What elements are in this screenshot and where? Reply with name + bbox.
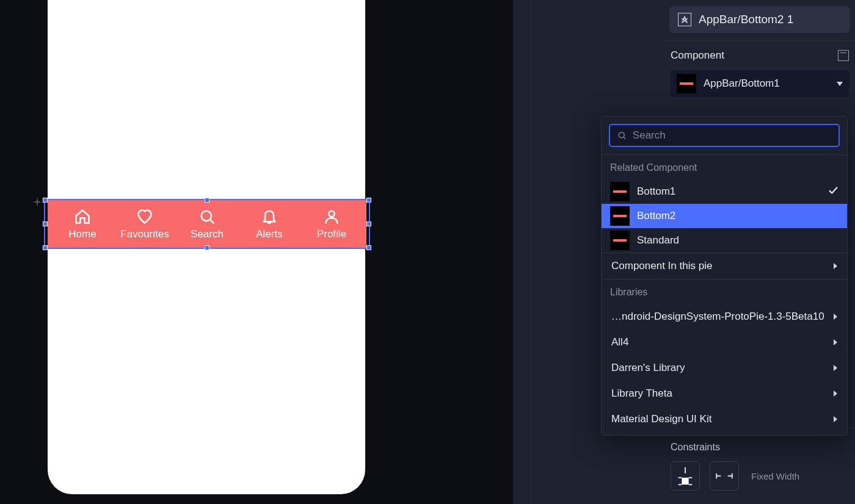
svg-rect-6 [682,478,688,484]
nav-label: Profile [317,228,346,240]
dropdown-row-label: Darren's Library [611,362,685,374]
chevron-right-icon [834,339,837,345]
nav-item-favourites[interactable]: Favourites [120,207,169,240]
dropdown-item-label: Bottom1 [637,185,675,198]
related-component-label: Related Component [602,155,847,179]
dropdown-search[interactable] [609,124,840,147]
dropdown-library-item[interactable]: Material Design UI Kit [602,406,847,432]
dropdown-row-label: Component In this pie [611,260,712,272]
nav-label: Search [191,228,224,240]
selected-appbar-component[interactable]: Home Favourites Search Alerts [44,199,370,249]
chevron-down-icon [837,82,843,86]
dropdown-row-label: Material Design UI Kit [611,413,711,425]
heart-icon [136,207,154,226]
chevron-right-icon [834,416,837,422]
dropdown-row-label: All4 [611,336,628,348]
dropdown-row-component-in-pie[interactable]: Component In this pie [602,253,847,279]
component-instance-icon [678,13,691,26]
home-icon [73,207,92,226]
dropdown-library-item[interactable]: Library Theta [602,381,847,406]
nav-label: Home [68,228,96,240]
chevron-right-icon [834,263,837,269]
svg-line-3 [210,220,214,223]
dropdown-item-standard[interactable]: Standard [602,228,847,253]
nav-label: Alerts [256,228,282,240]
dropdown-item-bottom2[interactable]: Bottom2 [602,204,847,228]
dropdown-library-item[interactable]: …ndroid-DesignSystem-ProtoPie-1.3-5Beta1… [602,304,847,329]
move-cursor-icon [32,196,43,207]
resize-handle[interactable] [43,198,48,203]
layer-chip[interactable]: AppBar/Bottom2 1 [669,6,850,33]
component-thumbnail [610,206,630,226]
chevron-right-icon [834,391,837,397]
svg-rect-1 [34,201,40,203]
chevron-right-icon [834,314,837,320]
nav-label: Favourites [120,228,169,240]
constraints-title: Constraints [671,442,849,453]
dropdown-item-bottom1[interactable]: Bottom1 [602,179,847,204]
constraint-box-vertical[interactable] [671,461,700,491]
component-section-title: Component [671,49,724,62]
dropdown-library-item[interactable]: All4 [602,329,847,355]
component-value: AppBar/Bottom1 [704,77,780,90]
libraries-label: Libraries [602,279,847,304]
constraint-box-horizontal[interactable] [710,461,739,491]
edit-icon[interactable] [838,50,849,61]
check-icon [828,185,839,199]
canvas-area[interactable]: Home Favourites Search Alerts [0,0,513,504]
resize-handle[interactable] [43,221,48,226]
svg-rect-0 [37,199,38,205]
appbar-bottom: Home Favourites Search Alerts [48,200,366,248]
component-dropdown: Related Component Bottom1 Bottom2 Standa… [601,116,848,436]
svg-line-16 [624,137,625,139]
fixed-width-label: Fixed Width [751,471,799,481]
resize-handle[interactable] [366,198,371,203]
component-selector[interactable]: AppBar/Bottom1 [671,70,849,97]
component-thumbnail [677,74,696,93]
search-icon [617,131,627,140]
nav-item-search[interactable]: Search [183,207,231,240]
dropdown-row-label: …ndroid-DesignSystem-ProtoPie-1.3-5Beta1… [611,311,824,323]
dropdown-item-label: Bottom2 [637,210,675,222]
nav-item-home[interactable]: Home [58,207,107,240]
resize-handle[interactable] [366,245,371,250]
component-section: Component AppBar/Bottom1 [664,40,855,104]
constraints-section: Constraints Fixed Width [664,428,855,498]
search-icon [198,207,216,226]
nav-item-profile[interactable]: Profile [307,207,356,240]
side-gutter [513,0,531,504]
resize-handle[interactable] [366,221,371,226]
user-icon [322,207,341,226]
dropdown-library-item[interactable]: Darren's Library [602,355,847,381]
component-thumbnail [610,231,630,250]
svg-point-4 [329,211,334,217]
layer-chip-label: AppBar/Bottom2 1 [699,13,793,26]
bell-icon [260,207,278,226]
component-thumbnail [610,182,630,201]
dropdown-row-label: Library Theta [611,387,672,400]
chevron-right-icon [834,365,837,371]
svg-point-15 [619,132,624,138]
dropdown-item-label: Standard [637,234,679,247]
search-input[interactable] [633,129,831,142]
resize-handle[interactable] [43,245,48,250]
nav-item-alerts[interactable]: Alerts [245,207,294,240]
